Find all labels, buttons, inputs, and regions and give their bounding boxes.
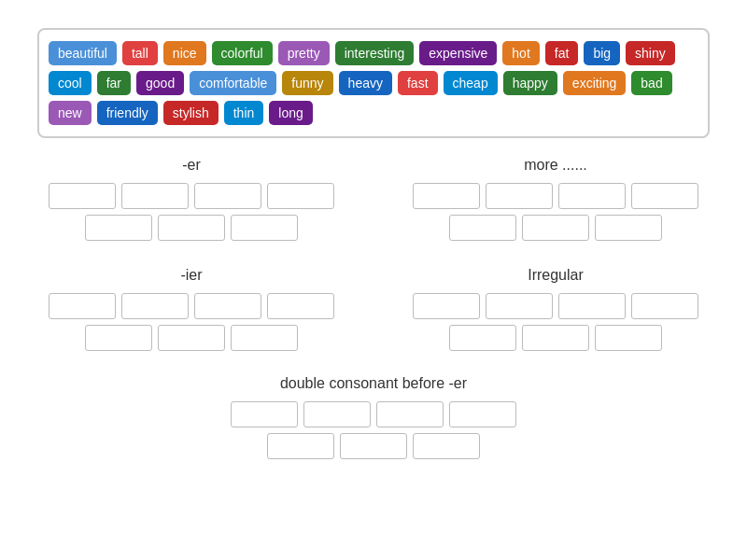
answer-box[interactable]: [267, 293, 334, 319]
word-tag[interactable]: expensive: [419, 41, 497, 65]
word-tag[interactable]: colorful: [212, 41, 273, 65]
ier-row2: [85, 325, 298, 351]
answer-box[interactable]: [49, 293, 116, 319]
more-row2: [449, 215, 662, 241]
word-tag[interactable]: cool: [49, 71, 92, 95]
ier-title: -ier: [180, 267, 202, 284]
answer-box[interactable]: [413, 183, 480, 209]
answer-box[interactable]: [267, 183, 334, 209]
er-row2: [85, 215, 298, 241]
answer-box[interactable]: [486, 293, 553, 319]
word-tag[interactable]: heavy: [339, 71, 392, 95]
word-bank: beautifultallnicecolorfulprettyinteresti…: [37, 28, 710, 138]
answer-box[interactable]: [558, 183, 626, 209]
word-tag[interactable]: shiny: [626, 41, 675, 65]
answer-box[interactable]: [595, 215, 662, 241]
answer-box[interactable]: [85, 215, 152, 241]
answer-box[interactable]: [194, 183, 261, 209]
word-tag[interactable]: pretty: [278, 41, 330, 65]
word-tag[interactable]: friendly: [97, 101, 158, 125]
word-tag[interactable]: far: [97, 71, 131, 95]
answer-box[interactable]: [267, 433, 334, 459]
answer-box[interactable]: [449, 401, 516, 427]
word-tag[interactable]: long: [269, 101, 312, 125]
answer-box[interactable]: [121, 293, 189, 319]
answer-box[interactable]: [340, 433, 407, 459]
answer-box[interactable]: [449, 325, 516, 351]
answer-box[interactable]: [558, 293, 626, 319]
answer-box[interactable]: [121, 183, 189, 209]
answer-box[interactable]: [522, 325, 589, 351]
answer-box[interactable]: [413, 293, 480, 319]
word-tag[interactable]: new: [49, 101, 92, 125]
word-tag[interactable]: beautiful: [49, 41, 117, 65]
word-tag[interactable]: happy: [503, 71, 557, 95]
double-row1: [231, 401, 516, 427]
answer-box[interactable]: [231, 215, 298, 241]
answer-box[interactable]: [303, 401, 371, 427]
word-tag[interactable]: hot: [502, 41, 539, 65]
word-tag[interactable]: interesting: [335, 41, 415, 65]
irregular-row1: [413, 293, 698, 319]
answer-box[interactable]: [413, 433, 480, 459]
answer-box[interactable]: [631, 183, 698, 209]
word-tag[interactable]: bad: [631, 71, 671, 95]
answer-box[interactable]: [486, 183, 553, 209]
double-consonant-section: double consonant before -er: [19, 375, 728, 465]
answer-box[interactable]: [158, 215, 225, 241]
answer-box[interactable]: [522, 215, 589, 241]
word-tag[interactable]: stylish: [163, 101, 218, 125]
answer-box[interactable]: [158, 325, 225, 351]
more-row1: [413, 183, 698, 209]
answer-box[interactable]: [231, 401, 298, 427]
word-tag[interactable]: funny: [282, 71, 332, 95]
word-tag[interactable]: cheap: [444, 71, 498, 95]
answer-box[interactable]: [231, 325, 298, 351]
word-tag[interactable]: good: [136, 71, 184, 95]
word-tag[interactable]: thin: [224, 101, 264, 125]
answer-box[interactable]: [449, 215, 516, 241]
irregular-row2: [449, 325, 662, 351]
answer-box[interactable]: [194, 293, 261, 319]
word-tag[interactable]: fast: [398, 71, 438, 95]
category-sections: -er -ier more ......: [19, 157, 728, 357]
right-column: more ...... Irregular: [383, 157, 728, 357]
left-column: -er -ier: [19, 157, 364, 357]
word-tag[interactable]: fat: [545, 41, 579, 65]
word-tag[interactable]: big: [584, 41, 620, 65]
answer-box[interactable]: [631, 293, 698, 319]
ier-row1: [49, 293, 334, 319]
er-title: -er: [182, 157, 201, 174]
answer-box[interactable]: [85, 325, 152, 351]
er-row1: [49, 183, 334, 209]
double-row2: [267, 433, 480, 459]
word-tag[interactable]: tall: [122, 41, 158, 65]
word-tag[interactable]: comfortable: [190, 71, 276, 95]
irregular-title: Irregular: [528, 267, 584, 284]
answer-box[interactable]: [49, 183, 116, 209]
answer-box[interactable]: [595, 325, 662, 351]
double-title: double consonant before -er: [280, 375, 467, 392]
word-tag[interactable]: nice: [163, 41, 206, 65]
more-title: more ......: [524, 157, 587, 174]
answer-box[interactable]: [376, 401, 444, 427]
word-tag[interactable]: exciting: [563, 71, 626, 95]
